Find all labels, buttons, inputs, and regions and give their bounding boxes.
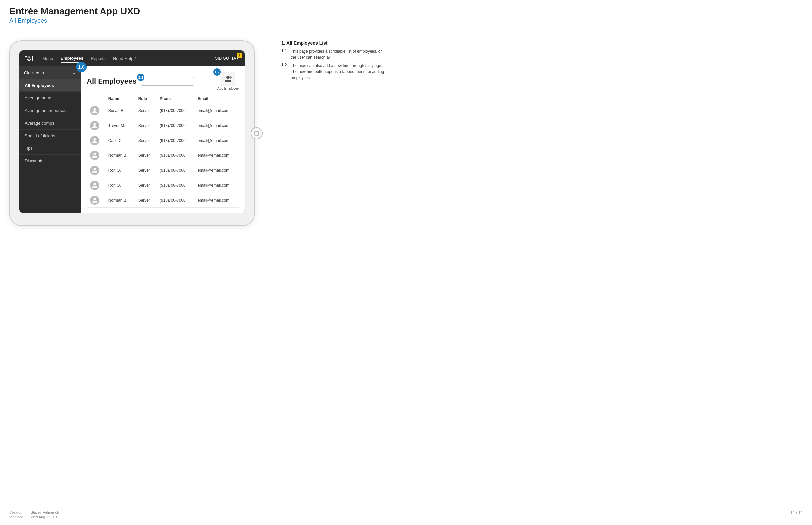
scroll-indicator[interactable] (251, 127, 263, 139)
sidebar-item-average-comps[interactable]: Average comps (19, 117, 81, 130)
employee-email: email@email.com (194, 163, 239, 178)
employee-avatar-cell (87, 103, 105, 118)
page-header: Entrée Management App UXD All Employees (0, 0, 812, 27)
employee-avatar (90, 121, 99, 130)
table-row[interactable]: Norman B. Server (918)700-7000 email@ema… (87, 148, 239, 163)
table-header-email: Email (194, 94, 239, 103)
notes-item-number: 1.2 (281, 63, 289, 80)
employee-phone: (918)700-7000 (156, 118, 194, 133)
table-header-avatar (87, 94, 105, 103)
employee-email: email@email.com (194, 118, 239, 133)
clocked-in-label: Clocked in (24, 70, 44, 75)
navbar-user[interactable]: SID GUTTA ▾ (215, 56, 239, 61)
navbar-reports[interactable]: Reports (90, 55, 106, 62)
add-employee-icon (221, 72, 235, 86)
sidebar-item-all-employees[interactable]: All Employees (19, 79, 81, 92)
footer-modified: Modified Wed Aug 12 2015 (9, 515, 59, 519)
notes-item-number: 1.1 (281, 48, 289, 60)
employee-avatar (90, 196, 99, 205)
page-title: Entrée Management App UXD (9, 6, 803, 17)
employee-email: email@email.com (194, 133, 239, 148)
modified-value: Wed Aug 12 2015 (30, 515, 59, 519)
add-employee-wrapper: Add Employee 1.2 (217, 72, 239, 90)
table-header-phone: Phone (156, 94, 194, 103)
table-header-name: Name (105, 94, 135, 103)
employee-avatar-cell (87, 163, 105, 178)
employee-name: Catie C. (105, 133, 135, 148)
employee-avatar-cell (87, 178, 105, 193)
employee-role: Server (135, 163, 156, 178)
scroll-indicator-inner (255, 131, 259, 136)
footer-meta: Creator Stacey Helmerich Modified Wed Au… (9, 510, 59, 519)
navbar-help[interactable]: Need Help? (113, 55, 136, 62)
employee-email: email@email.com (194, 103, 239, 118)
annotation-bubble-10: 1.0 (76, 62, 87, 72)
table-row[interactable]: Norman B. Server (918)700-7000 email@ema… (87, 193, 239, 208)
navbar-employees[interactable]: Employees (61, 54, 84, 63)
page-footer: Creator Stacey Helmerich Modified Wed Au… (0, 510, 812, 519)
employee-email: email@email.com (194, 148, 239, 163)
sidebar-item-speed-of-tickets[interactable]: Speed of tickets (19, 130, 81, 142)
notes-item-text: This page provides a scrollable list of … (291, 48, 388, 60)
employee-table: Name Role Phone Email Sus (87, 94, 239, 208)
content-title: All Employees (87, 77, 136, 86)
employee-avatar (90, 151, 99, 160)
table-row[interactable]: Ron O. Server (918)700-7000 email@email.… (87, 163, 239, 178)
employee-phone: (918)700-7000 (156, 133, 194, 148)
footer-page: 11 / 14 (791, 510, 803, 519)
table-row[interactable]: Susan B. Server (918)700-7000 email@emai… (87, 103, 239, 118)
table-header-role: Role (135, 94, 156, 103)
notes-panel: 1. All Employees List 1.1 This page prov… (275, 41, 388, 226)
tablet-screen: 🍽 Menu Employees Reports Need Help? SID … (19, 50, 245, 213)
app-logo-icon: 🍽 (25, 54, 32, 63)
sidebar-item-average-hours[interactable]: Average hours (19, 92, 81, 104)
notes-item-text: The user can also add a new hire through… (291, 63, 388, 80)
search-input[interactable] (141, 77, 194, 86)
sidebar-clocked-in[interactable]: Clocked in ▲ (19, 66, 81, 79)
employee-phone: (918)700-7000 (156, 103, 194, 118)
employee-name: Ron O. (105, 163, 135, 178)
employee-avatar (90, 181, 99, 190)
employee-avatar (90, 106, 99, 115)
notes-items: 1.1 This page provides a scrollable list… (281, 48, 388, 80)
employee-avatar (90, 136, 99, 145)
employee-role: Server (135, 193, 156, 208)
page-subtitle: All Employees (9, 17, 803, 24)
employee-phone: (918)700-7000 (156, 148, 194, 163)
employee-avatar-cell (87, 148, 105, 163)
modified-label: Modified (9, 515, 27, 519)
employee-avatar-cell (87, 133, 105, 148)
tablet-container: 🍽 Menu Employees Reports Need Help? SID … (9, 41, 255, 226)
employee-email: email@email.com (194, 178, 239, 193)
table-row[interactable]: Trevor M. Server (918)700-7000 email@ema… (87, 118, 239, 133)
sidebar-item-discounts[interactable]: Discounts (19, 155, 81, 167)
table-header-row: Name Role Phone Email (87, 94, 239, 103)
sidebar: Clocked in ▲ All Employees Average hours… (19, 66, 81, 213)
sidebar-item-tips[interactable]: Tips (19, 142, 81, 155)
add-employee-label: Add Employee (217, 87, 239, 90)
app-body: Clocked in ▲ All Employees Average hours… (19, 66, 245, 213)
content-header: All Employees 1.1 (87, 72, 239, 90)
employee-phone: (918)700-7000 (156, 193, 194, 208)
table-row[interactable]: Catie C. Server (918)700-7000 email@emai… (87, 133, 239, 148)
navbar-menu[interactable]: Menu (42, 55, 54, 62)
table-row[interactable]: Ron O. Server (918)700-7000 email@email.… (87, 178, 239, 193)
svg-rect-1 (230, 76, 231, 78)
footer-creator: Creator Stacey Helmerich (9, 510, 59, 514)
employee-avatar-cell (87, 118, 105, 133)
employee-email: email@email.com (194, 193, 239, 208)
employee-role: Server (135, 133, 156, 148)
notes-section-title: 1. All Employees List (281, 41, 388, 46)
employee-name: Norman B. (105, 193, 135, 208)
annotation-bubble-11: 1.1 (137, 74, 144, 81)
content-area: 1.0 All Employees 1.1 (81, 66, 245, 213)
employee-name: Norman B. (105, 148, 135, 163)
sidebar-item-average-price[interactable]: Average price/ person (19, 104, 81, 117)
chevron-up-icon: ▲ (72, 71, 76, 75)
employee-role: Server (135, 118, 156, 133)
creator-label: Creator (9, 510, 27, 514)
navbar-badge: 2 (237, 53, 242, 58)
employee-role: Server (135, 148, 156, 163)
employee-avatar-cell (87, 193, 105, 208)
search-wrapper: 1.1 (141, 77, 194, 86)
